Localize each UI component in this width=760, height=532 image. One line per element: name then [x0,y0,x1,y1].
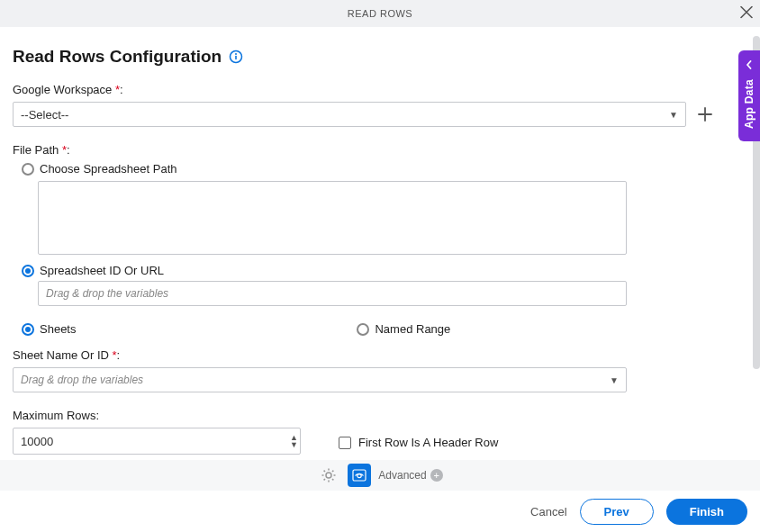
choose-spreadsheet-path-label: Choose Spreadsheet Path [40,162,177,176]
gear-icon[interactable] [317,464,340,487]
first-row-header-label: First Row Is A Header Row [358,436,498,449]
form-content: Read Rows Configuration Google Workspace… [0,27,728,455]
info-icon[interactable] [229,50,243,64]
page-title: Read Rows Configuration [13,47,222,67]
finish-button[interactable]: Finish [666,499,747,525]
sheet-name-or-id-placeholder: Drag & drop the variables [21,374,143,386]
plus-circle-icon: + [430,469,443,482]
svg-rect-4 [353,470,366,481]
caret-down-icon: ▼ [610,375,619,385]
preview-icon[interactable] [348,464,371,487]
advanced-toggle[interactable]: Advanced + [378,469,442,482]
svg-point-3 [326,473,331,478]
sheets-radio[interactable] [22,323,34,336]
add-workspace-button[interactable] [695,104,715,124]
advanced-label: Advanced [378,469,426,482]
named-range-label: Named Range [375,322,450,336]
step-down-icon: ▼ [290,441,298,448]
app-data-panel-tab[interactable]: App Data [738,50,760,141]
spreadsheet-id-url-radio[interactable] [22,265,34,277]
spreadsheet-path-dropzone[interactable] [38,181,627,255]
footer: Cancel Prev Finish [0,491,760,532]
toolbar: Advanced + [0,460,760,491]
chevron-left-icon [745,58,754,72]
choose-spreadsheet-path-radio[interactable] [22,163,34,176]
google-workspace-value: --Select-- [21,108,68,122]
google-workspace-select[interactable]: --Select-- ▼ [13,102,686,127]
prev-button[interactable]: Prev [580,499,654,525]
sheet-name-or-id-label: Sheet Name Or ID *: [13,348,715,362]
first-row-header-checkbox[interactable] [339,437,351,449]
close-icon[interactable] [740,5,753,23]
named-range-radio[interactable] [357,323,369,336]
google-workspace-label: Google Workspace *: [13,83,715,96]
numeric-stepper[interactable]: ▲ ▼ [290,434,298,448]
maximum-rows-label: Maximum Rows: [13,409,301,422]
maximum-rows-input[interactable]: 10000 ▲ ▼ [13,428,301,455]
svg-rect-2 [235,56,237,59]
sheet-name-or-id-select[interactable]: Drag & drop the variables ▼ [13,367,627,392]
app-data-label: App Data [743,79,755,129]
maximum-rows-value: 10000 [21,435,53,448]
file-path-label: File Path *: [13,143,715,157]
spreadsheet-id-url-label: Spreadsheet ID Or URL [40,264,164,277]
caret-down-icon: ▼ [669,110,678,120]
svg-point-1 [235,53,237,55]
cancel-button[interactable]: Cancel [530,505,566,518]
dialog-title: READ ROWS [348,8,412,19]
dialog-header: READ ROWS [0,0,760,27]
sheets-label: Sheets [40,322,76,336]
spreadsheet-id-url-input[interactable]: Drag & drop the variables [38,281,627,306]
